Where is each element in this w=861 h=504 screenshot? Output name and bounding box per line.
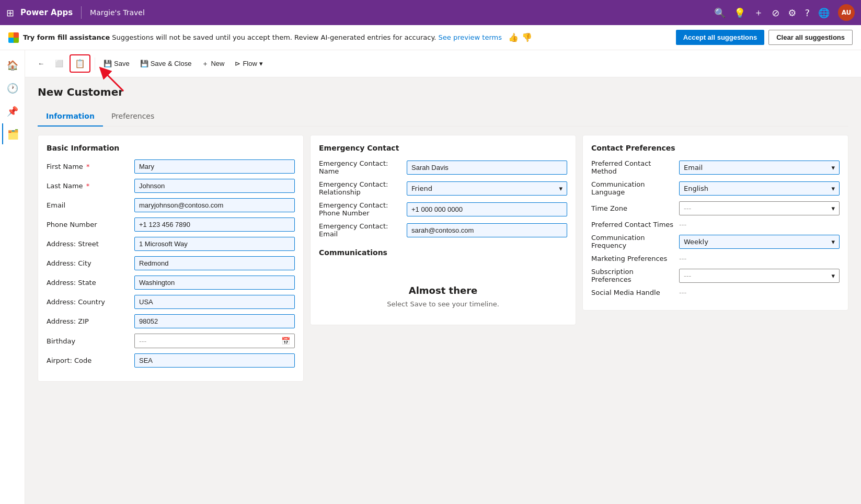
state-row: Address: State [47, 276, 295, 290]
country-row: Address: Country [47, 295, 295, 309]
last-name-input[interactable] [134, 179, 295, 193]
tab-information[interactable]: Information [38, 107, 103, 127]
search-icon[interactable]: 🔍 [714, 7, 726, 18]
ec-email-input[interactable] [407, 223, 567, 237]
accept-all-button[interactable]: Accept all suggestions [676, 30, 765, 45]
clear-all-button[interactable]: Clear all suggestions [768, 30, 853, 45]
suggestion-bold: Try form fill assistance [23, 33, 110, 41]
add-icon[interactable]: ＋ [754, 6, 763, 19]
comm-language-value: English [684, 185, 708, 192]
page-title: New Customer [38, 86, 848, 98]
settings-icon[interactable]: ⚙ [788, 7, 796, 18]
lightbulb-icon[interactable]: 💡 [734, 7, 745, 18]
state-label: Address: State [47, 279, 130, 287]
sidebar-item-home[interactable]: 🏠 [2, 54, 23, 75]
basic-information-section: Basic Information First Name * Last Name [38, 135, 304, 382]
topbar-right: 🔍 💡 ＋ ⊘ ⚙ ? 🌐 AU [714, 4, 855, 21]
thumbs-down-button[interactable]: 👎 [522, 32, 532, 42]
app-title: Margie's Travel [90, 8, 145, 17]
zip-input[interactable] [134, 314, 295, 328]
timezone-value: --- [684, 204, 691, 212]
sidebar-item-pinned[interactable]: 📌 [2, 100, 23, 121]
social-media-label: Social Media Handle [591, 289, 675, 296]
comm-language-row: Communication Language English ▾ [591, 180, 840, 196]
filter-icon[interactable]: ⊘ [772, 7, 779, 18]
birthday-field[interactable]: --- 📅 [134, 334, 295, 348]
street-input[interactable] [134, 237, 295, 251]
app-name: Power Apps [20, 8, 73, 17]
city-label: Address: City [47, 259, 130, 267]
city-input[interactable] [134, 256, 295, 270]
last-name-row: Last Name * [47, 179, 295, 193]
comm-frequency-label: Communication Frequency [591, 234, 675, 249]
save-button[interactable]: 💾 Save [99, 56, 134, 71]
highlighted-button[interactable]: 📋 [70, 54, 90, 73]
topbar: ⊞ Power Apps Margie's Travel 🔍 💡 ＋ ⊘ ⚙ ?… [0, 0, 861, 25]
globe-icon[interactable]: 🌐 [818, 7, 830, 18]
expand-button[interactable]: ⬜ [51, 56, 67, 71]
save-close-button[interactable]: 💾 Save & Close [136, 56, 196, 71]
timezone-select[interactable]: --- ▾ [679, 201, 840, 215]
social-media-value: --- [679, 289, 686, 296]
contact-method-select[interactable]: Email ▾ [679, 161, 840, 175]
toolbar-wrapper: ← ⬜ 📋 💾 Save 💾 Save & Close [25, 50, 861, 77]
contact-method-row: Preferred Contact Method Email ▾ [591, 159, 840, 175]
comm-frequency-chevron: ▾ [831, 238, 835, 246]
sidebar-item-recent[interactable]: 🕐 [2, 77, 23, 98]
first-name-label: First Name * [47, 163, 130, 170]
basic-info-title: Basic Information [47, 144, 295, 152]
new-button[interactable]: ＋ New [198, 56, 228, 72]
toolbar: ← ⬜ 📋 💾 Save 💾 Save & Close [25, 50, 861, 77]
comm-language-select[interactable]: English ▾ [679, 181, 840, 196]
almost-there-subtitle: Select Save to see your timeline. [327, 300, 559, 308]
ec-relationship-chevron: ▾ [559, 185, 562, 192]
first-name-input[interactable] [134, 159, 295, 174]
country-input[interactable] [134, 295, 295, 309]
airport-input[interactable] [134, 353, 295, 368]
ec-relationship-label: Emergency Contact: Relationship [319, 180, 403, 196]
state-input[interactable] [134, 276, 295, 290]
thumbs-rating: 👍 👎 [508, 32, 532, 42]
zip-label: Address: ZIP [47, 317, 130, 325]
subscription-prefs-chevron: ▾ [831, 272, 835, 280]
tab-preferences[interactable]: Preferences [103, 107, 163, 127]
ec-phone-label: Emergency Contact: Phone Number [319, 201, 403, 217]
airport-row: Airport: Code [47, 353, 295, 368]
comm-frequency-select[interactable]: Weekly ▾ [679, 235, 840, 249]
contact-times-value: --- [679, 221, 686, 228]
suggestion-bar: Try form fill assistance Suggestions wil… [0, 25, 861, 50]
suggestion-actions: Accept all suggestions Clear all suggest… [676, 30, 853, 45]
sidebar-item-data[interactable]: 🗂️ [2, 123, 23, 144]
contact-prefs-title: Contact Preferences [591, 144, 840, 152]
marketing-prefs-value: --- [679, 255, 686, 262]
email-label: Email [47, 201, 130, 209]
ec-phone-input[interactable] [407, 202, 567, 216]
emergency-contact-title: Emergency Contact [319, 144, 567, 152]
grid-icon[interactable]: ⊞ [6, 7, 14, 18]
almost-there-title: Almost there [327, 285, 559, 296]
email-input[interactable] [134, 198, 295, 212]
timezone-chevron: ▾ [831, 204, 835, 212]
new-label: New [211, 60, 224, 67]
back-button[interactable]: ← [33, 56, 49, 71]
ec-relationship-select[interactable]: Friend ▾ [407, 181, 567, 196]
thumbs-up-button[interactable]: 👍 [508, 32, 519, 42]
comm-language-chevron: ▾ [831, 185, 835, 192]
preview-terms-link[interactable]: See preview terms [439, 33, 502, 41]
help-icon[interactable]: ? [805, 7, 810, 18]
phone-row: Phone Number [47, 217, 295, 232]
contact-method-value: Email [684, 164, 703, 171]
flow-button[interactable]: ⊳ Flow ▾ [231, 56, 267, 71]
calendar-icon[interactable]: 📅 [281, 337, 290, 345]
toolbar-divider-1 [95, 58, 95, 70]
subscription-prefs-select[interactable]: --- ▾ [679, 269, 840, 283]
sidebar: 🏠 🕐 📌 🗂️ [0, 50, 25, 504]
tabs: Information Preferences [38, 107, 848, 127]
avatar[interactable]: AU [838, 4, 855, 21]
ec-name-label: Emergency Contact: Name [319, 159, 403, 175]
birthday-value: --- [139, 337, 146, 345]
ec-name-input[interactable] [407, 161, 567, 175]
phone-input[interactable] [134, 217, 295, 232]
birthday-label: Birthday [47, 337, 130, 345]
street-row: Address: Street [47, 237, 295, 251]
